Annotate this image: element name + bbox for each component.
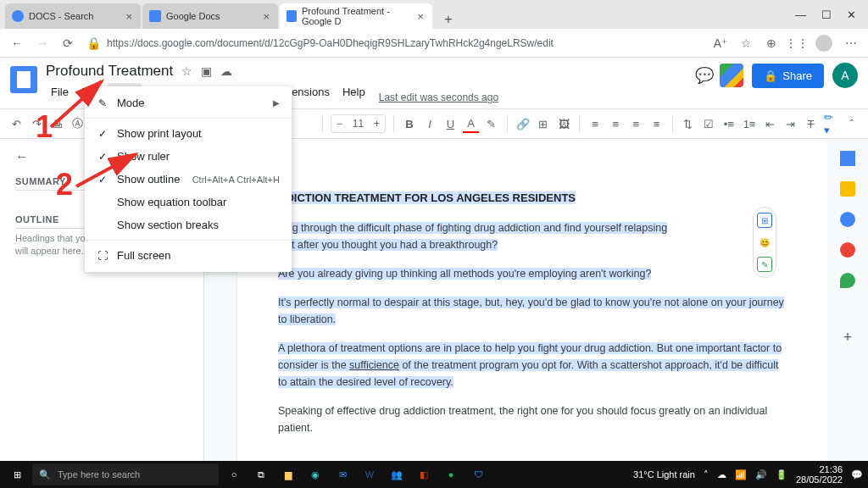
- favorite-icon[interactable]: ☆: [739, 36, 753, 50]
- maximize-button[interactable]: ☐: [821, 8, 832, 21]
- suggest-icon[interactable]: ✎: [757, 257, 772, 272]
- cortana-icon[interactable]: ○: [222, 463, 246, 486]
- teams-icon[interactable]: 👥: [385, 463, 409, 486]
- align-right-button[interactable]: ≡: [628, 114, 643, 133]
- wifi-icon[interactable]: 📶: [735, 469, 747, 480]
- paragraph-text[interactable]: just after you thought you had a breakth…: [278, 239, 498, 251]
- undo-button[interactable]: ↶: [8, 114, 24, 133]
- collapse-button[interactable]: ˆ: [844, 114, 860, 133]
- menu-show-section-breaks[interactable]: Show section breaks: [85, 214, 292, 236]
- add-comment-icon[interactable]: ⊞: [757, 213, 772, 228]
- share-button[interactable]: 🔒 Share: [752, 64, 824, 88]
- indent-less-button[interactable]: ⇤: [762, 114, 777, 133]
- security-icon[interactable]: 🛡: [466, 463, 490, 486]
- emoji-icon[interactable]: 😊: [757, 235, 772, 250]
- print-button[interactable]: 🖶: [49, 114, 64, 133]
- outlook-icon[interactable]: ✉: [331, 463, 354, 486]
- menu-show-equation-toolbar[interactable]: Show equation toolbar: [85, 191, 292, 214]
- menu-show-ruler[interactable]: ✓ Show ruler: [85, 145, 292, 168]
- menu-full-screen[interactable]: ⛶ Full screen: [85, 244, 292, 267]
- forward-button[interactable]: →: [36, 36, 49, 50]
- tasks-icon[interactable]: [840, 212, 855, 227]
- number-list-button[interactable]: 1≡: [742, 114, 757, 133]
- cloud-icon[interactable]: ☁: [220, 64, 232, 78]
- menu-show-outline[interactable]: ✓ Show outline Ctrl+Alt+A Ctrl+Alt+H: [85, 168, 292, 191]
- spellcheck-button[interactable]: Ⓐ: [70, 114, 86, 133]
- keep-icon[interactable]: [840, 181, 855, 197]
- bullet-list-button[interactable]: •≡: [721, 114, 737, 133]
- tray-chevron-icon[interactable]: ˄: [704, 469, 709, 480]
- avatar[interactable]: A: [832, 63, 858, 88]
- minimize-button[interactable]: —: [795, 8, 806, 21]
- menu-file[interactable]: File: [46, 83, 74, 101]
- battery-icon[interactable]: 🔋: [776, 469, 787, 480]
- last-edit[interactable]: Last edit was seconds ago: [379, 92, 498, 103]
- clear-format-button[interactable]: T: [803, 114, 818, 133]
- doc-heading[interactable]: DDICTION TREATMENT FOR LOS ANGELES RESID…: [278, 191, 576, 204]
- collections-icon[interactable]: ⊕: [765, 36, 778, 50]
- indent-more-button[interactable]: ⇥: [782, 114, 798, 133]
- profile-icon[interactable]: [815, 35, 832, 52]
- comments-icon[interactable]: 💬: [698, 69, 711, 82]
- comment-button[interactable]: ⊞: [536, 114, 551, 133]
- close-icon[interactable]: ×: [263, 10, 270, 23]
- image-button[interactable]: 🖼: [556, 114, 571, 133]
- redo-button[interactable]: ↷: [29, 114, 44, 133]
- paragraph-text[interactable]: Speaking of effective drug addiction tre…: [278, 405, 767, 434]
- meet-button[interactable]: [720, 64, 743, 87]
- spotify-icon[interactable]: ●: [439, 463, 463, 486]
- bold-button[interactable]: B: [402, 114, 417, 133]
- maps-icon[interactable]: [840, 273, 855, 288]
- docs-logo-icon[interactable]: [10, 66, 37, 93]
- doc-title[interactable]: Profound Treatment: [46, 63, 173, 80]
- start-button[interactable]: ⊞: [5, 463, 29, 486]
- menu-mode[interactable]: ✎ Mode ▶: [85, 92, 292, 114]
- calendar-icon[interactable]: [840, 151, 855, 166]
- underline-button[interactable]: U: [442, 114, 458, 133]
- highlight-button[interactable]: ✎: [484, 114, 499, 133]
- add-on-icon[interactable]: +: [843, 329, 853, 347]
- paragraph-text[interactable]: It's perfectly normal to despair at this…: [278, 297, 784, 325]
- italic-button[interactable]: I: [422, 114, 437, 133]
- new-tab-button[interactable]: +: [439, 10, 458, 29]
- taskview-icon[interactable]: ⧉: [249, 463, 273, 486]
- align-center-button[interactable]: ≡: [608, 114, 623, 133]
- tab-2[interactable]: Profound Treatment - Google D ×: [280, 3, 432, 29]
- close-icon[interactable]: ×: [125, 10, 132, 23]
- close-button[interactable]: ✕: [847, 8, 856, 21]
- misspelled-word[interactable]: sufficience: [349, 359, 399, 371]
- menu-icon[interactable]: ⋯: [844, 36, 858, 50]
- move-icon[interactable]: ▣: [201, 64, 212, 78]
- fontsize-control[interactable]: −11+: [331, 114, 386, 133]
- volume-icon[interactable]: 🔊: [755, 469, 767, 480]
- editing-mode-button[interactable]: ✏ ▾: [824, 114, 839, 133]
- menu-help[interactable]: Help: [337, 83, 370, 101]
- taskbar-search[interactable]: 🔍 Type here to search: [32, 463, 219, 485]
- link-button[interactable]: 🔗: [515, 114, 531, 133]
- tab-0[interactable]: DOCS - Search ×: [5, 3, 141, 29]
- paragraph-text[interactable]: oing through the difficult phase of figh…: [278, 222, 667, 234]
- clock-time[interactable]: 21:36: [796, 464, 843, 474]
- checklist-button[interactable]: ☑: [701, 114, 716, 133]
- refresh-button[interactable]: ⟳: [61, 36, 75, 50]
- document-canvas[interactable]: DDICTION TREATMENT FOR LOS ANGELES RESID…: [203, 139, 827, 461]
- url-field[interactable]: 🔒 https://docs.google.com/document/d/12c…: [86, 36, 702, 50]
- notifications-icon[interactable]: 💬: [851, 469, 863, 480]
- back-button[interactable]: ←: [10, 36, 24, 50]
- line-spacing-button[interactable]: ⇅: [680, 114, 695, 133]
- weather-widget[interactable]: 31°C Light rain: [633, 469, 695, 480]
- onedrive-icon[interactable]: ☁: [717, 469, 726, 480]
- clock-date[interactable]: 28/05/2022: [796, 474, 843, 485]
- menu-show-print-layout[interactable]: ✓ Show print layout: [85, 122, 292, 145]
- align-left-button[interactable]: ≡: [587, 114, 603, 133]
- explorer-icon[interactable]: ▆: [276, 463, 300, 486]
- paragraph-text[interactable]: Are you already giving up thinking all m…: [278, 268, 651, 280]
- edge-icon[interactable]: ◉: [303, 463, 327, 486]
- contacts-icon[interactable]: [840, 242, 855, 258]
- text-color-button[interactable]: A: [463, 114, 478, 133]
- extensions-icon[interactable]: ⋮⋮: [790, 36, 804, 50]
- read-aloud-icon[interactable]: A⁺: [714, 36, 727, 50]
- word-icon[interactable]: W: [358, 463, 381, 486]
- star-icon[interactable]: ☆: [181, 64, 192, 78]
- office-icon[interactable]: ◧: [412, 463, 436, 486]
